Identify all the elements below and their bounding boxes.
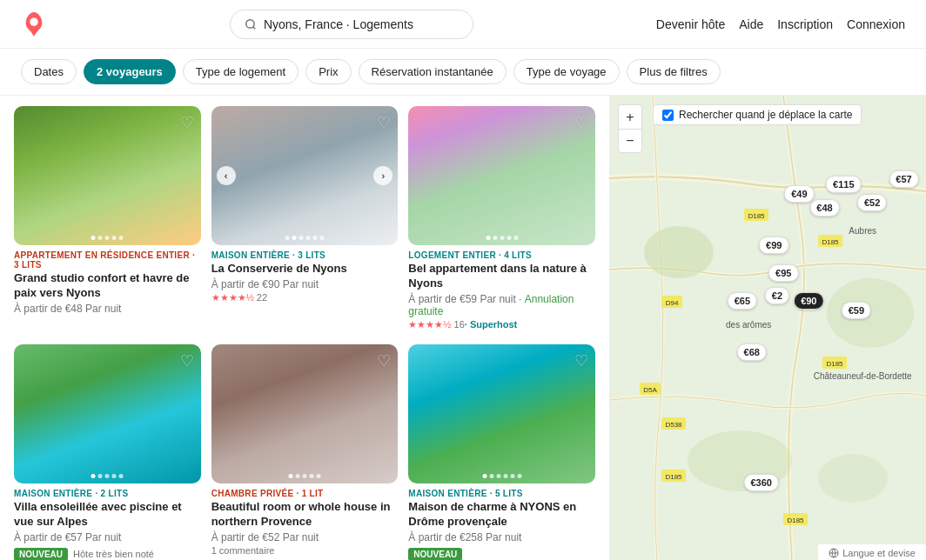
zoom-in-button[interactable]: + xyxy=(618,104,642,129)
listings-grid: ♡ APPARTEMENT EN RÉSIDENCE ENTIER · 3 LI… xyxy=(14,106,595,560)
heart-icon: ♡ xyxy=(180,352,194,370)
heart-icon: ♡ xyxy=(377,114,391,131)
card-title: Villa ensoleillée avec piscine et vue su… xyxy=(14,500,201,530)
dot xyxy=(510,474,514,478)
prev-image-btn[interactable]: ‹ xyxy=(217,166,236,185)
map-search-check[interactable]: Rechercher quand je déplace la carte xyxy=(653,104,862,125)
card-image-wrap: ♡ xyxy=(408,106,595,245)
search-input[interactable] xyxy=(264,17,455,31)
dot xyxy=(105,474,110,478)
dot xyxy=(482,474,486,478)
dot xyxy=(105,236,110,240)
next-image-btn[interactable]: › xyxy=(373,166,393,185)
price-pin-p2[interactable]: €115 xyxy=(826,176,861,193)
listing-card-3[interactable]: ♡ LOGEMENT ENTIER · 4 LITS Bel apparteme… xyxy=(408,106,595,330)
price-pin-p10[interactable]: €59 xyxy=(842,302,871,319)
become-host-link[interactable]: Devenir hôte xyxy=(656,17,725,31)
dot xyxy=(500,236,504,240)
card-rating: ★★★★½ 16· Superhost xyxy=(408,319,595,330)
dot xyxy=(112,474,117,478)
card-image xyxy=(408,106,595,245)
zoom-out-button[interactable]: − xyxy=(618,129,642,153)
card-image xyxy=(14,106,201,245)
dot xyxy=(292,236,296,240)
dot xyxy=(119,236,124,240)
svg-text:D185: D185 xyxy=(665,473,682,481)
price-pin-p3[interactable]: €57 xyxy=(889,170,918,188)
price-pin-p8[interactable]: €2 xyxy=(765,287,789,304)
listing-card-5[interactable]: ♡ CHAMBRE PRIVÉE · 1 LIT Beautiful room … xyxy=(211,344,399,560)
stars: ★★★★½ xyxy=(211,292,254,303)
card-info: MAISON ENTIÈRE · 3 LITS La Conserverie d… xyxy=(211,245,399,303)
rating-count: 22 xyxy=(257,292,267,303)
listing-card-4[interactable]: ♡ MAISON ENTIÈRE · 2 LITS Villa ensoleil… xyxy=(14,344,201,560)
signup-link[interactable]: Inscription xyxy=(777,17,833,31)
card-info: MAISON ENTIÈRE · 5 LITS Maison de charme… xyxy=(408,483,595,560)
wishlist-button[interactable]: ♡ xyxy=(180,113,194,132)
listing-card-1[interactable]: ♡ APPARTEMENT EN RÉSIDENCE ENTIER · 3 LI… xyxy=(14,106,201,330)
badge-row: NOUVEAU xyxy=(408,545,595,560)
image-dots xyxy=(91,236,124,240)
filter-btn-type_voyage[interactable]: Type de voyage xyxy=(513,59,620,84)
price-pin-p9[interactable]: €90 xyxy=(794,292,823,310)
price-pin-p1[interactable]: €49 xyxy=(784,185,814,203)
dot xyxy=(285,236,289,240)
search-bar[interactable] xyxy=(230,10,473,39)
language-label: Langue et devise xyxy=(842,548,916,558)
card-image-wrap: ♡ xyxy=(14,344,201,483)
dot xyxy=(302,474,306,478)
svg-text:D5A: D5A xyxy=(643,386,657,394)
wishlist-button[interactable]: ♡ xyxy=(180,351,194,370)
filter-btn-plus_filtres[interactable]: Plus de filtres xyxy=(627,59,721,84)
dot xyxy=(486,236,490,240)
main-layout: ♡ APPARTEMENT EN RÉSIDENCE ENTIER · 3 LI… xyxy=(0,96,926,560)
cancel-free: Annulation gratuite xyxy=(408,293,574,317)
dot xyxy=(288,474,292,478)
wishlist-button[interactable]: ♡ xyxy=(377,113,391,132)
card-image-wrap: ♡ xyxy=(14,106,201,245)
dot xyxy=(489,474,493,478)
search-icon xyxy=(245,18,257,30)
header: Devenir hôte Aide Inscription Connexion xyxy=(0,0,926,49)
price-pin-p7[interactable]: €65 xyxy=(728,292,757,310)
dot xyxy=(503,474,507,478)
card-price: À partir de €258 Par nuit xyxy=(408,531,595,543)
login-link[interactable]: Connexion xyxy=(847,17,905,31)
price-pin-p5[interactable]: €48 xyxy=(809,199,839,217)
wishlist-button[interactable]: ♡ xyxy=(574,351,588,370)
filter-bar: Dates2 voyageursType de logementPrixRése… xyxy=(0,49,926,96)
rating-count: 16· Superhost xyxy=(454,319,518,330)
filter-btn-prix[interactable]: Prix xyxy=(305,59,351,84)
listings-panel: ♡ APPARTEMENT EN RÉSIDENCE ENTIER · 3 LI… xyxy=(0,96,609,560)
filter-btn-reservation[interactable]: Réservation instantanée xyxy=(359,59,507,84)
dot xyxy=(112,236,117,240)
wishlist-button[interactable]: ♡ xyxy=(377,351,391,370)
price-pin-p4[interactable]: €52 xyxy=(857,194,887,211)
map-search-checkbox[interactable] xyxy=(662,110,674,121)
filter-btn-type_logement[interactable]: Type de logement xyxy=(183,59,299,84)
new-badge: NOUVEAU xyxy=(14,548,68,560)
card-image-wrap: ‹ › ♡ xyxy=(211,106,399,245)
svg-text:D185: D185 xyxy=(826,360,843,368)
filter-btn-voyageurs[interactable]: 2 voyageurs xyxy=(84,59,176,84)
svg-point-3 xyxy=(644,226,714,278)
listing-card-6[interactable]: ♡ MAISON ENTIÈRE · 5 LITS Maison de char… xyxy=(408,344,595,560)
listing-card-2[interactable]: ‹ › ♡ MAISON ENTIÈRE · 3 LITS La Conserv… xyxy=(211,106,399,330)
price-pin-p6[interactable]: €99 xyxy=(759,237,788,254)
map-text-label: Châteauneuf-de-Bordette xyxy=(814,370,912,380)
dot xyxy=(91,474,96,478)
svg-line-1 xyxy=(253,26,256,29)
help-link[interactable]: Aide xyxy=(739,17,763,31)
image-dots xyxy=(482,474,521,478)
svg-point-0 xyxy=(246,19,254,27)
price-pin-p13[interactable]: €360 xyxy=(743,474,778,491)
filter-btn-dates[interactable]: Dates xyxy=(21,59,77,84)
card-info: LOGEMENT ENTIER · 4 LITS Bel appartement… xyxy=(408,245,595,330)
svg-point-6 xyxy=(818,454,888,503)
wishlist-button[interactable]: ♡ xyxy=(574,113,588,132)
airbnb-logo[interactable] xyxy=(21,11,47,37)
price-pin-p12[interactable]: €68 xyxy=(737,343,767,361)
price-pin-p11[interactable]: €95 xyxy=(768,264,798,282)
map-footer[interactable]: Langue et devise xyxy=(817,543,926,560)
image-dots xyxy=(285,236,324,240)
